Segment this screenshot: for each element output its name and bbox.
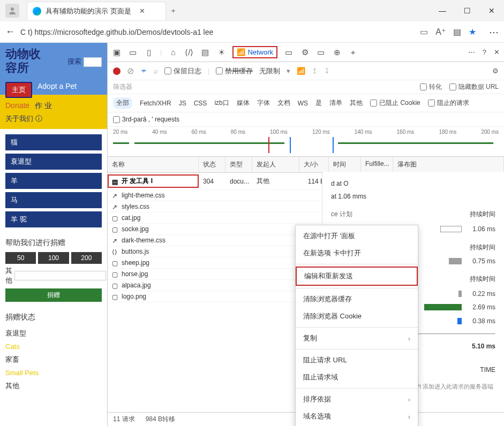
device-icon[interactable]: ▭: [128, 48, 138, 57]
search-icon[interactable]: ⌕: [154, 67, 158, 75]
performance-icon[interactable]: ▭: [284, 48, 294, 57]
col-initiator[interactable]: 发起人: [252, 157, 299, 172]
export-icon[interactable]: ↧: [324, 67, 330, 75]
col-time[interactable]: 时间: [329, 157, 361, 172]
col-name[interactable]: 名称: [108, 157, 199, 172]
network-tab[interactable]: 📶 Network: [232, 46, 277, 58]
col-status[interactable]: 状态: [199, 157, 225, 172]
favorite-icon[interactable]: ★: [469, 27, 476, 37]
donate-button[interactable]: 捐赠: [5, 288, 102, 302]
blocked-req-checkbox[interactable]: 阻止的请求: [428, 98, 469, 108]
context-menu-item[interactable]: 阻止请求域: [296, 369, 418, 386]
context-menu-item[interactable]: 清除浏览器缓存: [296, 291, 418, 308]
console-icon[interactable]: ▤: [200, 48, 210, 57]
context-menu-item[interactable]: 域名选项›: [296, 408, 418, 425]
search-input[interactable]: [84, 57, 102, 67]
security-icon[interactable]: ⊕: [332, 48, 342, 57]
add-panel-icon[interactable]: +: [348, 48, 358, 57]
filter-input[interactable]: 筛选器: [113, 82, 132, 92]
context-menu-item[interactable]: 在新选项 卡中打开: [296, 245, 418, 262]
context-menu-item[interactable]: 清除浏览器 Cookie: [296, 308, 418, 325]
reading-mode-icon[interactable]: A⁺: [435, 27, 446, 37]
browser-tab[interactable]: 具有辅助功能的演示 页面是 ✕: [27, 2, 166, 20]
filter-wasm[interactable]: 是: [315, 98, 322, 108]
tab-close-icon[interactable]: ✕: [136, 7, 149, 15]
nav-about[interactable]: 关于我们 ⓘ: [5, 114, 102, 124]
filter-css[interactable]: CSS: [194, 100, 207, 107]
clear-button[interactable]: ⊘: [127, 66, 134, 76]
other-amount-input[interactable]: [14, 271, 106, 280]
elements-icon[interactable]: ⌂: [168, 48, 178, 57]
disable-cache-checkbox[interactable]: 禁用缓存: [216, 66, 253, 76]
record-button[interactable]: [113, 67, 121, 75]
filter-js[interactable]: JS: [179, 100, 186, 107]
context-menu-item[interactable]: 排序依据›: [296, 391, 418, 408]
filter-toggle-icon[interactable]: ⫧: [140, 67, 147, 75]
wifi-cond-icon[interactable]: 📶: [297, 67, 305, 75]
devtools-close-icon[interactable]: ✕: [494, 48, 500, 56]
settings-icon[interactable]: ⚙: [492, 67, 499, 75]
nav-jobs[interactable]: 作 业: [35, 101, 52, 111]
more-icon[interactable]: ⋯: [468, 48, 475, 56]
status-item[interactable]: 衰退型: [5, 326, 102, 340]
status-item[interactable]: Small Pets: [5, 367, 102, 379]
context-menu-item[interactable]: 编辑和重新发送: [296, 267, 418, 286]
preserve-log-checkbox[interactable]: 保留日志: [164, 66, 201, 76]
url-text[interactable]: C t) https://microsoftedge.github.io/Dem…: [20, 28, 415, 36]
cat-item[interactable]: 马: [5, 192, 102, 208]
col-type[interactable]: 类型: [225, 157, 252, 172]
hide-data-checkbox[interactable]: 隐藏数据 URL: [449, 82, 499, 92]
help-icon[interactable]: ?: [483, 48, 486, 56]
filter-media[interactable]: 媒体: [237, 98, 250, 108]
amount-100[interactable]: 100: [38, 252, 69, 264]
window-minimize-button[interactable]: —: [430, 0, 455, 21]
filter-doc[interactable]: 文档: [277, 98, 290, 108]
application-icon[interactable]: ▭: [316, 48, 326, 57]
profile-avatar[interactable]: [5, 4, 19, 18]
col-waterfall[interactable]: 瀑布图: [393, 157, 504, 172]
amount-50[interactable]: 50: [5, 252, 36, 264]
status-item[interactable]: Cats: [5, 340, 102, 353]
filter-all[interactable]: 全部: [113, 97, 132, 109]
filter-fetch[interactable]: Fetch/XHR: [140, 100, 171, 107]
filter-font[interactable]: 字体: [257, 98, 270, 108]
timeline-overview[interactable]: 20 ms 40 ms 60 ms 80 ms 100 ms 120 ms 14…: [108, 127, 504, 157]
col-fulfilled[interactable]: Fulfille...: [361, 157, 393, 172]
inspect-icon[interactable]: ▣: [112, 48, 122, 57]
nav-adopt[interactable]: Adopt a Pet: [37, 82, 77, 98]
debug-icon[interactable]: ☀: [216, 48, 226, 57]
bookmark-icon[interactable]: ▭: [420, 27, 428, 37]
cat-item[interactable]: 猫: [5, 134, 102, 150]
nav-donate[interactable]: Donate: [5, 101, 29, 111]
cat-item[interactable]: 羊 驼: [5, 211, 102, 227]
filter-other[interactable]: 其他: [350, 98, 363, 108]
memory-icon[interactable]: ⚙: [300, 48, 310, 57]
nav-home[interactable]: 主页: [5, 82, 32, 98]
filter-ws[interactable]: WS: [298, 100, 308, 107]
amount-200[interactable]: 200: [71, 252, 102, 264]
context-menu-item[interactable]: 阻止请求 URL: [296, 352, 418, 369]
blocked-cookie-checkbox[interactable]: 已阻止 Cookie: [370, 98, 420, 108]
filter-izb[interactable]: izb口: [214, 98, 229, 108]
sources-icon[interactable]: ⟨/⟩: [184, 48, 194, 57]
third-party-checkbox[interactable]: 3rd-parâ , ' requests: [113, 116, 499, 123]
filter-manifest[interactable]: 清单: [329, 98, 342, 108]
cat-item[interactable]: 羊: [5, 173, 102, 189]
window-maximize-button[interactable]: ☐: [455, 0, 479, 21]
cat-item[interactable]: 衰退型: [5, 154, 102, 170]
edge-icon: [33, 7, 41, 16]
context-menu-item[interactable]: 复制›: [296, 330, 418, 347]
browser-menu-button[interactable]: ⋯: [489, 26, 499, 38]
panel-icon[interactable]: ▯: [144, 48, 154, 57]
status-item[interactable]: 家畜: [5, 353, 102, 367]
window-close-button[interactable]: ✕: [479, 0, 504, 21]
context-menu-item[interactable]: 在源中打开 '面板: [296, 227, 418, 245]
status-item[interactable]: 其他: [5, 379, 102, 393]
invert-checkbox[interactable]: 转化: [420, 82, 442, 92]
collections-icon[interactable]: ▤: [453, 27, 461, 37]
back-button[interactable]: ←: [5, 26, 15, 37]
import-icon[interactable]: ↥: [312, 67, 318, 75]
col-size[interactable]: 大/小: [299, 157, 329, 172]
throttle-select[interactable]: 无限制: [259, 66, 280, 76]
new-tab-button[interactable]: ＋: [166, 6, 180, 16]
